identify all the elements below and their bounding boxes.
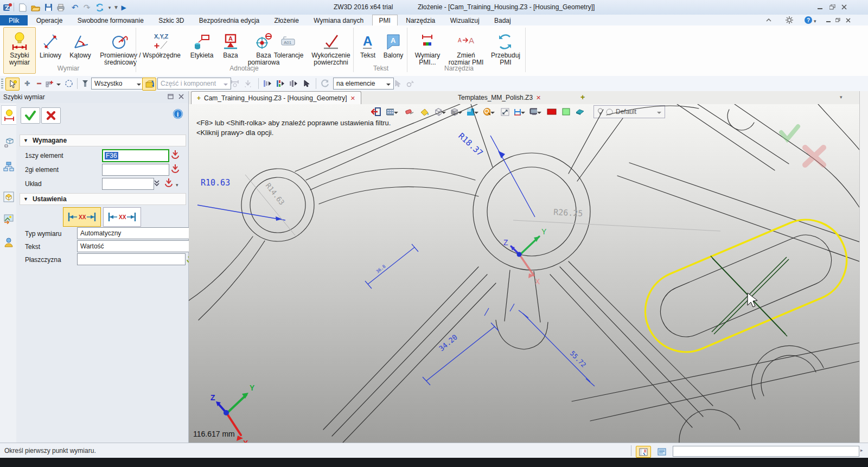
ok-button[interactable]	[21, 107, 40, 124]
tab-swobodne-formowanie[interactable]: Swobodne formowanie	[71, 15, 150, 26]
ribbon-button-promieniowy[interactable]: Promieniowy /średnicowy	[97, 27, 144, 74]
floating-cancel-icon[interactable]	[805, 148, 824, 165]
info-icon[interactable]: i	[173, 108, 183, 119]
layout-input[interactable]	[102, 178, 154, 190]
ribbon-button-wykonczenie[interactable]: Wykończenie powierzchni	[309, 27, 353, 74]
tab-plik[interactable]: Plik	[0, 15, 28, 26]
bottom-edge-strip	[0, 458, 868, 467]
expand-more-icon[interactable]	[153, 179, 161, 188]
ribbon-pmi: Szybki wymiar Liniowy Kątowy Promieniowy…	[0, 25, 868, 76]
list-next-icon[interactable]	[288, 78, 299, 89]
tab-list-arrow-icon[interactable]: ▾	[840, 94, 843, 100]
panel-tab-view[interactable]	[1, 188, 16, 206]
redo-icon[interactable]: ↷	[81, 2, 92, 12]
undo-icon[interactable]: ↶	[69, 2, 80, 12]
tab-pin-icon[interactable]: +	[197, 94, 201, 102]
tab-operacje[interactable]: Operacje	[30, 15, 69, 26]
window-minimize-button[interactable]	[815, 3, 825, 11]
list-prev-icon[interactable]	[261, 78, 273, 89]
text-mode-dropdown[interactable]: Wartość	[77, 240, 200, 252]
select-last-icon[interactable]	[301, 78, 312, 89]
graphics-area[interactable]: Default <F8> lub <Shift-rolka> aby znale…	[189, 104, 859, 443]
new-tab-button[interactable]: +	[580, 93, 585, 101]
dim-style-inline-button[interactable]: XX	[63, 207, 101, 227]
help-icon[interactable]: ?	[804, 16, 813, 24]
doc-restore-button[interactable]	[833, 16, 843, 24]
second-element-input[interactable]	[102, 164, 169, 176]
pick-options-arrow-icon[interactable]: ▾	[176, 182, 178, 188]
remove-selection-icon[interactable]: ━	[34, 78, 44, 89]
vertical-scrollbar[interactable]	[859, 91, 868, 443]
regenerate-icon[interactable]	[94, 2, 105, 12]
window-restore-button[interactable]	[827, 3, 837, 11]
ribbon-button-szybki-wymiar[interactable]: Szybki wymiar	[3, 27, 36, 74]
open-file-icon[interactable]	[30, 2, 41, 12]
panel-tab-history[interactable]	[1, 157, 16, 176]
toolbar-drag-handle[interactable]	[1, 79, 3, 88]
new-file-icon[interactable]	[17, 2, 28, 12]
add-selection-icon[interactable]: ✚	[22, 78, 33, 89]
panel-close-icon[interactable]	[178, 93, 185, 100]
lasso-select-icon[interactable]	[63, 78, 75, 89]
doc-minimize-button[interactable]	[824, 16, 833, 24]
panel-float-icon[interactable]	[167, 93, 174, 100]
pmi-dimensions[interactable]: R10.63 R14.63 R18.37 R26.25 36.8 34.20 5…	[197, 131, 720, 386]
first-element-input[interactable]: F36	[102, 149, 169, 162]
section-wymagane[interactable]: ▼ Wymagane	[20, 135, 186, 146]
pick-region-icon[interactable]	[46, 78, 61, 89]
help-dropdown-icon[interactable]: ▾	[814, 18, 816, 24]
panel-tab-user[interactable]	[1, 233, 16, 252]
document-tab-inactive[interactable]: Templates_MM_Polish.Z3 ✕	[452, 91, 546, 104]
tab-badaj[interactable]: Badaj	[488, 15, 518, 26]
resnap-icon[interactable]	[319, 78, 331, 89]
filter-icon[interactable]	[80, 78, 90, 89]
scope-icon[interactable]	[142, 78, 156, 91]
tab-wizualizuj[interactable]: Wizualizuj	[444, 15, 486, 26]
document-tab-active[interactable]: + Cam_Training_Housing.Z3 - [Housing_Geo…	[191, 91, 361, 105]
plane-input[interactable]	[77, 253, 186, 265]
filter-dropdown[interactable]: Wszystko	[91, 78, 144, 89]
pick-filter-icon[interactable]	[5, 78, 20, 91]
ribbon-button-wspolrzedne[interactable]: X,Y,Z Współrzędne	[138, 27, 186, 74]
panel-tab-assembly[interactable]	[1, 133, 16, 152]
coordinate-icon: X,Y,Z	[152, 28, 171, 51]
panel-tab-quick-dimension[interactable]	[1, 105, 17, 125]
panel-tab-visualize[interactable]	[1, 209, 16, 228]
pick-arrow-icon[interactable]	[164, 178, 174, 188]
doc-close-button[interactable]	[843, 16, 853, 24]
tab-wymiana-danych[interactable]: Wymiana danych	[307, 15, 370, 26]
status-input-field[interactable]	[673, 446, 859, 457]
save-icon[interactable]	[43, 2, 54, 12]
window-close-button[interactable]	[839, 3, 849, 11]
tab-szkic-3d[interactable]: Szkic 3D	[152, 15, 190, 26]
list-filter-icon[interactable]	[275, 78, 286, 89]
tab-bezposrednia-edycja[interactable]: Bezpośrednia edycja	[193, 15, 266, 26]
floating-ok-icon[interactable]	[781, 126, 798, 139]
svg-text:A: A	[228, 35, 233, 42]
dim-style-offset-button[interactable]: XX	[103, 207, 141, 227]
tab-close-icon[interactable]: ✕	[536, 94, 541, 101]
cancel-button[interactable]	[41, 107, 61, 124]
pick-arrow-icon[interactable]	[170, 150, 180, 160]
print-icon[interactable]	[55, 2, 66, 12]
ribbon-button-label: Liniowy	[40, 52, 61, 59]
play-icon[interactable]: ▶	[118, 2, 129, 12]
pick-arrow-icon[interactable]	[170, 164, 180, 174]
tab-close-icon[interactable]: ✕	[350, 95, 355, 102]
document-title: Złożenie - [Cam_Training_Housing.Z3 - [H…	[418, 3, 595, 11]
status-scroll-arrow-icon[interactable]: ▸	[860, 447, 863, 453]
section-ustawienia[interactable]: ▼ Ustawienia	[20, 193, 186, 205]
status-log-button[interactable]	[654, 446, 669, 458]
settings-gear-icon[interactable]	[786, 16, 793, 24]
snap-dropdown[interactable]: na elemencie	[333, 78, 394, 89]
dim-type-dropdown[interactable]: Automatyczny	[77, 227, 200, 239]
status-separator	[631, 445, 631, 456]
tab-zlozenie[interactable]: Złożenie	[268, 15, 305, 26]
status-panel-toggle-button[interactable]	[636, 446, 651, 458]
highlighted-slot[interactable]	[633, 207, 859, 364]
collapse-ribbon-icon[interactable]	[765, 16, 773, 24]
tab-pmi-active[interactable]: PMI	[372, 15, 398, 26]
ribbon-button-przebuduj-pmi[interactable]: Przebuduj PMI	[487, 27, 524, 74]
tab-narzedzia[interactable]: Narzędzia	[399, 15, 442, 26]
cad-viewport[interactable]: R10.63 R14.63 R18.37 R26.25 36.8 34.20 5…	[189, 104, 859, 443]
